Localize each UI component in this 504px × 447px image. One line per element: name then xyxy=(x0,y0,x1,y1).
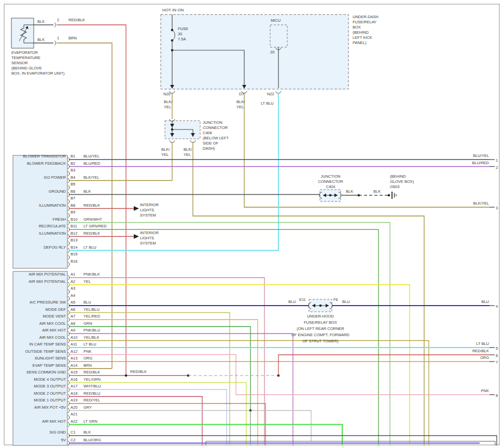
pin-label-A2: A2 xyxy=(71,279,75,284)
wire-A12 xyxy=(69,355,489,395)
exit-number-4: 4 xyxy=(496,304,498,309)
wire-label-A8: GRN xyxy=(83,321,92,326)
wire-color-label: RED/BLK xyxy=(130,369,147,374)
fuse-label: FUSE xyxy=(178,26,188,31)
wire-label-A9: PNK/BLU xyxy=(83,328,100,333)
pin-label-A4: A4 xyxy=(71,293,75,298)
pin-label-A22: A22 xyxy=(71,419,77,424)
pin-label-B11: B11 xyxy=(71,224,77,228)
e11-junction xyxy=(319,305,322,307)
interior-lights-line: SYSTEM xyxy=(140,213,156,218)
function-label-A1: AIR MIX POTENTIAL xyxy=(15,272,66,277)
pin-label-B13: B13 xyxy=(71,238,77,242)
wire-label-A19: RED/YEL xyxy=(83,398,100,402)
pin-label-B8: B8 xyxy=(71,203,75,208)
pin-label-B10: B10 xyxy=(71,217,77,222)
function-label-A19: MODE 1 OUTPUT xyxy=(15,398,66,402)
fusebox-title: HOT IN ON xyxy=(162,8,184,12)
fusebox-location-line: BOX xyxy=(353,25,361,30)
wire-color-label: BLK xyxy=(373,189,381,194)
pin-socket-symbol xyxy=(68,213,69,218)
c404-caption-line: JUNCTION xyxy=(311,174,350,179)
wire-label-B14: LT BLU xyxy=(83,245,96,250)
wire-color-label: BLK xyxy=(346,189,353,194)
exit-wire-label-8: PNK xyxy=(443,388,489,393)
underhood-caption-line: OF STRUT TOWER) xyxy=(263,339,377,343)
wire-A10 xyxy=(69,341,429,446)
wire-BLK/YEL-d7-exit3 xyxy=(244,93,489,207)
pin-label-A10: A10 xyxy=(71,335,77,340)
wire-label-A6: YEL/BLU xyxy=(83,307,100,312)
exit-number-1: 1 xyxy=(496,158,498,163)
wire-B11 xyxy=(69,229,379,445)
junction-dot xyxy=(388,194,390,197)
wire-label-A12: PNK xyxy=(83,349,91,354)
pin-label-A8: A8 xyxy=(71,321,75,326)
c404-caption-line: CONNECTOR xyxy=(311,179,350,184)
fuse-label: 7.5A xyxy=(178,37,186,41)
wire-label-A11: LT BLU xyxy=(83,342,96,347)
connector-pin-label: E11 xyxy=(299,297,306,302)
wire-label-B2: BLU/RED xyxy=(83,161,101,166)
wire-label-B12: RED/BLK xyxy=(83,231,100,236)
wire-label-A16: YEL/GRN xyxy=(83,377,101,382)
wire-label-B11: LT GRN/RED xyxy=(83,224,107,228)
exit-number-3: 3 xyxy=(496,206,498,210)
pin-label-A17: A17 xyxy=(71,384,77,388)
interior-lights-line: LIGHTS xyxy=(140,208,154,212)
wire-label-B8: RED/BLK xyxy=(83,203,100,208)
wire-color-label: BLK/ xyxy=(236,99,245,104)
function-label-C2: 5V xyxy=(15,438,66,442)
pin-socket-symbol xyxy=(68,290,69,294)
under-dash-fusebox xyxy=(161,15,348,89)
sensor-wire-label: RED/BLK xyxy=(68,18,85,22)
pin-label-B2: B2 xyxy=(71,161,75,166)
pin-label-A20: A20 xyxy=(71,405,77,410)
function-label-A17: MODE 3 OUTPUT xyxy=(15,384,66,388)
c406-caption-line: SIDE OF xyxy=(203,141,218,146)
pin-socket-symbol xyxy=(68,296,69,301)
function-label-A13: SUNLIGHT SENS xyxy=(15,356,66,361)
pin-label-A15: A15 xyxy=(71,370,77,374)
c404-caption-line: C404 xyxy=(311,184,350,189)
sensor-name-line: (BEHIND GLOVE xyxy=(11,66,42,70)
function-label-B4: IG2 POWER xyxy=(15,175,66,180)
function-label-A2: AIR MIX POTENTIAL xyxy=(15,279,66,284)
fusebox-location-line: UNDER-DASH xyxy=(353,15,379,19)
wire-label-A5: BLU xyxy=(83,300,91,305)
pin-socket-symbol xyxy=(68,262,69,267)
ground-label-line: GLOVE BOX) xyxy=(390,179,414,184)
exit-wire-label-7: ORG xyxy=(443,355,489,360)
pin-label-B14: B14 xyxy=(71,245,77,250)
wire-label-A17: WHT/BLU xyxy=(83,384,101,388)
ground-label-line: G503 xyxy=(390,184,399,189)
wire-label-C1: BLK xyxy=(83,430,91,435)
pin-label-A3: A3 xyxy=(71,286,75,291)
pin-socket-symbol xyxy=(68,185,69,190)
wire-label-A7: YEL/RED xyxy=(83,314,100,319)
ground-label-line: (BEHIND xyxy=(390,174,406,179)
pin-label-A9: A9 xyxy=(71,328,75,333)
function-label-B2: BLOWER FEEDBACK xyxy=(15,161,66,166)
wire-color-label: LT BLU xyxy=(261,101,274,106)
wire-C1 xyxy=(69,436,497,445)
function-label-A18: MODE 2 OUTPUT xyxy=(15,391,66,396)
fuse-label: 30 xyxy=(178,32,182,36)
pin-label-B1: B1 xyxy=(71,154,75,158)
wire-label-A20: GRY xyxy=(83,405,92,410)
pin-label-A13: A13 xyxy=(71,356,77,361)
interior-lights-line: INTERIOR xyxy=(140,203,159,207)
wire-A20 xyxy=(69,411,311,442)
wire-label-B1: BLU/YEL xyxy=(83,154,100,158)
function-label-A22: AIR MIX HOT xyxy=(15,419,66,424)
wire-color-label: BLK/ xyxy=(161,147,170,152)
function-label-A9: AIR MIX HOT xyxy=(15,328,66,333)
underhood-caption-line: OF ENGINE COMPT, FORWARD xyxy=(263,333,377,337)
pin-socket-symbol xyxy=(68,241,69,246)
exit-number-5: 5 xyxy=(496,346,498,351)
function-label-C1: SIG GND xyxy=(15,430,66,435)
sensor-name-line: EVAPORATOR xyxy=(11,50,38,55)
underhood-caption-line: FUSE/RELAY BOX xyxy=(263,320,377,325)
pin-label-A11: A11 xyxy=(71,342,77,347)
micu-box xyxy=(270,25,287,47)
